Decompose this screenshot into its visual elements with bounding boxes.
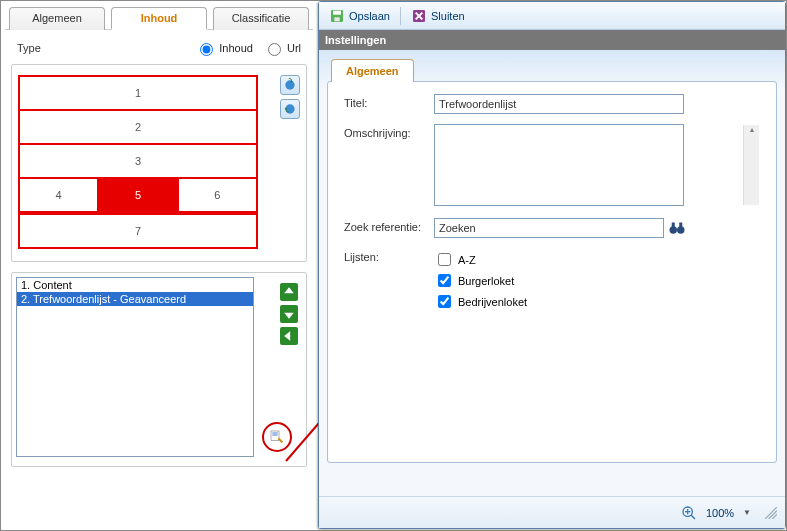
zoom-dropdown-icon[interactable]: ▼	[743, 508, 751, 517]
svg-point-11	[677, 226, 685, 234]
dialog-title: Instellingen	[319, 30, 785, 50]
dialog-tab-algemeen[interactable]: Algemeen	[331, 59, 414, 82]
checkbox-bedrijvenloket[interactable]: Bedrijvenloket	[434, 292, 760, 311]
list-action-icons	[280, 283, 298, 345]
globe-refresh-icon[interactable]	[280, 75, 300, 95]
search-lookup-button[interactable]	[668, 219, 686, 237]
zoek-referentie-label: Zoek referentie:	[344, 218, 434, 238]
move-down-icon[interactable]	[280, 305, 298, 323]
zoom-icon	[681, 505, 697, 521]
radio-url-label: Url	[287, 42, 301, 54]
layout-grid: 1 2 3 4 5 6 7	[18, 75, 258, 249]
layout-side-icons	[280, 75, 300, 119]
edit-properties-button[interactable]	[262, 422, 292, 452]
dialog-tabs: Algemeen	[327, 56, 777, 81]
svg-line-15	[691, 515, 695, 519]
radio-inhoud-label: Inhoud	[219, 42, 253, 54]
titel-label: Titel:	[344, 94, 434, 114]
layout-cell-6[interactable]: 6	[177, 177, 258, 213]
outer-tabs: Algemeen Inhoud Classificatie	[5, 5, 313, 30]
layout-cell-1[interactable]: 1	[18, 75, 258, 111]
layout-cell-4[interactable]: 4	[18, 177, 99, 213]
dialog-form: Titel: Omschrijving: Zoek referentie:	[327, 81, 777, 463]
type-row: Type Inhoud Url	[5, 30, 313, 62]
layout-cell-3[interactable]: 3	[18, 143, 258, 179]
titel-input[interactable]	[434, 94, 684, 114]
omschrijving-label: Omschrijving:	[344, 124, 434, 208]
list-item[interactable]: 2. Trefwoordenlijst - Geavanceerd	[17, 292, 253, 306]
checkbox-az[interactable]: A-Z	[434, 250, 760, 269]
checkbox-burgerloket[interactable]: Burgerloket	[434, 271, 760, 290]
close-button[interactable]: Sluiten	[407, 6, 469, 26]
list-item[interactable]: 1. Content	[17, 278, 253, 292]
scrollbar[interactable]	[743, 125, 759, 205]
layout-cell-7[interactable]: 7	[18, 213, 258, 249]
tab-inhoud[interactable]: Inhoud	[111, 7, 207, 30]
settings-dialog: Opslaan Sluiten Instellingen Algemeen Ti…	[318, 1, 786, 529]
svg-rect-8	[334, 17, 339, 21]
omschrijving-input[interactable]	[434, 124, 684, 206]
dialog-footer: 100% ▼	[319, 496, 785, 528]
svg-rect-13	[679, 223, 682, 228]
svg-point-0	[285, 80, 294, 89]
radio-inhoud[interactable]: Inhoud	[195, 40, 253, 56]
content-listbox[interactable]: 1. Content 2. Trefwoordenlijst - Geavanc…	[16, 277, 254, 457]
globe-refresh-icon-2[interactable]	[280, 99, 300, 119]
move-left-icon[interactable]	[280, 327, 298, 345]
tab-algemeen[interactable]: Algemeen	[9, 7, 105, 30]
layout-cell-5[interactable]: 5	[97, 177, 178, 213]
dialog-body: Algemeen Titel: Omschrijving: Zoek refer…	[319, 50, 785, 496]
svg-point-10	[670, 226, 678, 234]
zoom-level[interactable]: 100%	[701, 505, 739, 521]
close-icon	[411, 8, 427, 24]
resize-grip-icon[interactable]	[765, 507, 777, 519]
toolbar-separator	[400, 7, 401, 25]
svg-rect-7	[333, 10, 341, 14]
lijsten-label: Lijsten:	[344, 248, 434, 313]
binoculars-icon	[668, 219, 686, 235]
layout-cell-2[interactable]: 2	[18, 109, 258, 145]
type-label: Type	[17, 42, 41, 54]
move-up-icon[interactable]	[280, 283, 298, 301]
save-button-label: Opslaan	[349, 10, 390, 22]
layout-card: 1 2 3 4 5 6 7	[11, 64, 307, 262]
save-button[interactable]: Opslaan	[325, 6, 394, 26]
close-button-label: Sluiten	[431, 10, 465, 22]
zoek-referentie-input[interactable]	[434, 218, 664, 238]
svg-rect-4	[272, 434, 277, 435]
checkbox-bedrijvenloket-label: Bedrijvenloket	[458, 296, 527, 308]
checkbox-az-label: A-Z	[458, 254, 476, 266]
svg-rect-12	[672, 223, 675, 228]
tab-classificatie[interactable]: Classificatie	[213, 7, 309, 30]
properties-icon	[269, 429, 285, 445]
content-list-card: 1. Content 2. Trefwoordenlijst - Geavanc…	[11, 272, 307, 467]
dialog-toolbar: Opslaan Sluiten	[319, 2, 785, 30]
svg-rect-3	[272, 432, 277, 433]
save-icon	[329, 8, 345, 24]
radio-url[interactable]: Url	[263, 40, 301, 56]
checkbox-burgerloket-label: Burgerloket	[458, 275, 514, 287]
